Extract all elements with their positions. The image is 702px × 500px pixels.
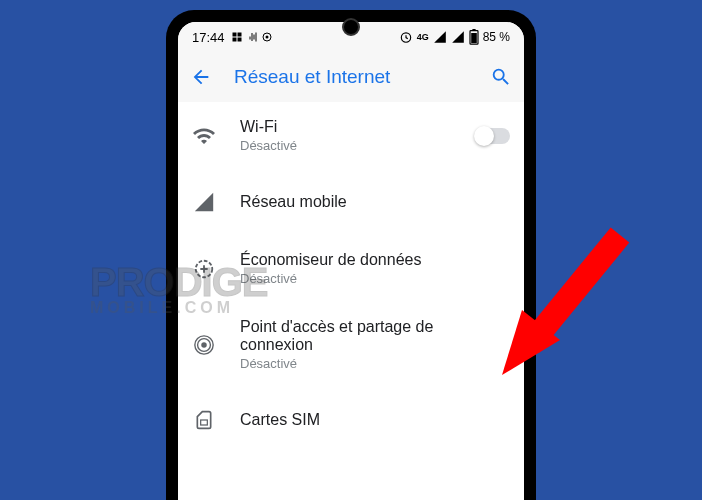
wifi-title: Wi-Fi [240, 118, 452, 136]
screen: 17:44 4G 85 % Réseau et Internet [178, 22, 524, 500]
status-left-icons [231, 31, 273, 43]
network-type: 4G [417, 32, 429, 42]
sim-icon [192, 408, 216, 432]
data-saver-title: Économiseur de données [240, 251, 510, 269]
back-button[interactable] [190, 66, 212, 88]
battery-percent: 85 % [483, 30, 510, 44]
list-item-hotspot[interactable]: Point d'accès et partage de connexion Dé… [178, 302, 524, 387]
svg-rect-3 [237, 38, 241, 42]
svg-line-16 [530, 235, 620, 345]
svg-rect-2 [232, 38, 236, 42]
settings-list: Wi-Fi Désactivé Réseau mobile Économi [178, 102, 524, 453]
hotspot-title: Point d'accès et partage de connexion [240, 318, 510, 354]
search-button[interactable] [490, 66, 512, 88]
hotspot-subtitle: Désactivé [240, 356, 510, 371]
signal-icon-1 [433, 30, 447, 44]
svg-rect-8 [472, 29, 475, 31]
search-icon [490, 66, 512, 88]
mobile-network-title: Réseau mobile [240, 193, 510, 211]
svg-rect-0 [232, 33, 236, 37]
sim-title: Cartes SIM [240, 411, 510, 429]
battery-icon [469, 29, 479, 45]
data-saver-subtitle: Désactivé [240, 271, 510, 286]
wifi-toggle[interactable] [476, 128, 510, 144]
svg-rect-1 [237, 33, 241, 37]
signal-icon-2 [451, 30, 465, 44]
svg-rect-14 [201, 420, 208, 425]
wifi-icon [192, 124, 216, 148]
list-item-sim[interactable]: Cartes SIM [178, 387, 524, 453]
camera-notch [342, 18, 360, 36]
app-bar: Réseau et Internet [178, 52, 524, 102]
signal-icon [192, 190, 216, 214]
list-item-mobile-network[interactable]: Réseau mobile [178, 169, 524, 235]
status-time: 17:44 [192, 30, 225, 45]
back-arrow-icon [190, 66, 212, 88]
svg-point-5 [265, 36, 268, 39]
alarm-icon [399, 30, 413, 44]
svg-point-11 [201, 342, 207, 348]
list-item-data-saver[interactable]: Économiseur de données Désactivé [178, 235, 524, 302]
phone-frame: 17:44 4G 85 % Réseau et Internet [166, 10, 536, 500]
list-item-wifi[interactable]: Wi-Fi Désactivé [178, 102, 524, 169]
wifi-subtitle: Désactivé [240, 138, 452, 153]
hotspot-icon [192, 333, 216, 357]
app-bar-title: Réseau et Internet [234, 66, 468, 88]
data-saver-icon [192, 257, 216, 281]
svg-rect-9 [471, 33, 477, 43]
